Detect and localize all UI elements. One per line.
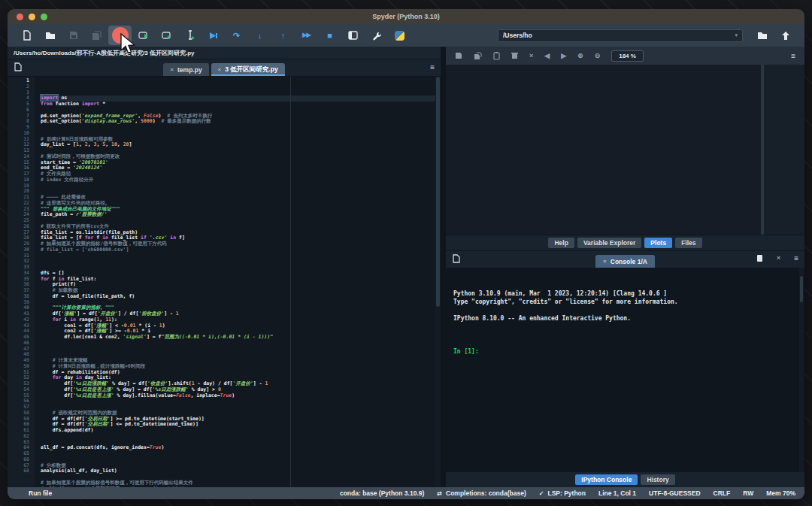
step-out-button[interactable]: ↑ bbox=[271, 26, 295, 45]
code-line[interactable]: # file_list = ['sh600000.csv'] bbox=[41, 247, 441, 253]
code-line[interactable]: df = load_file(file_path, f) bbox=[41, 294, 441, 300]
python-path-button[interactable] bbox=[388, 26, 411, 45]
status-item[interactable]: ⇄Completions: conda(base) bbox=[437, 489, 526, 497]
console-tab[interactable]: × Console 1/A bbox=[595, 255, 655, 268]
new-console-icon[interactable] bbox=[756, 254, 763, 262]
code-line[interactable]: file_path = r'股票数据/' bbox=[41, 212, 441, 218]
tab-variable-explorer[interactable]: Variable Explorer bbox=[577, 238, 641, 248]
status-item[interactable]: RW bbox=[743, 489, 753, 497]
scrollbar-thumb[interactable] bbox=[800, 276, 803, 302]
status-item[interactable]: Line 1, Col 1 bbox=[598, 489, 636, 497]
ipython-console[interactable]: Python 3.10.9 (main, Mar 1 2023, 12:20:1… bbox=[446, 268, 804, 472]
code-line[interactable]: dfs.append(df) bbox=[41, 428, 441, 434]
console-options-menu-icon[interactable]: ≡ bbox=[794, 254, 798, 262]
plots-options-menu-icon[interactable]: ≡ bbox=[791, 52, 795, 60]
status-item[interactable]: conda: base (Python 3.10.9) bbox=[340, 489, 424, 497]
code-line[interactable] bbox=[41, 183, 441, 189]
editor-options-menu-icon[interactable]: ≡ bbox=[430, 63, 435, 71]
tab-history[interactable]: History bbox=[641, 474, 674, 485]
code-lines[interactable]: import osfrom function import *pd.set_op… bbox=[35, 77, 441, 487]
code-line[interactable] bbox=[41, 398, 441, 404]
copy-plot-icon[interactable] bbox=[493, 52, 500, 60]
zoom-out-icon[interactable]: ⊖ bbox=[595, 53, 601, 59]
code-editor[interactable]: 1234567891011121314151617181920212223242… bbox=[8, 77, 441, 487]
plot-thumbnails-strip[interactable] bbox=[761, 65, 804, 235]
working-directory-combo[interactable]: /Users/ho ▾ bbox=[498, 29, 743, 42]
open-file-button[interactable] bbox=[38, 26, 62, 45]
code-line[interactable]: # all_df.to_csv('个股预测结果.csv', encoding='… bbox=[41, 486, 441, 488]
close-tab-icon[interactable]: × bbox=[170, 66, 174, 73]
maximize-pane-button[interactable] bbox=[341, 26, 365, 45]
save-all-plots-icon[interactable] bbox=[474, 52, 482, 60]
code-line[interactable]: dfs = [] bbox=[41, 271, 441, 277]
console-input[interactable] bbox=[479, 348, 483, 355]
code-line[interactable]: df.loc[con1 & con2, 'signal'] = f"范围为((-… bbox=[41, 335, 441, 341]
zoom-window-button[interactable] bbox=[41, 14, 47, 20]
code-line[interactable] bbox=[41, 341, 441, 347]
code-line[interactable]: df = df[df['交易日期'] <= pd.to_datetime(end… bbox=[41, 422, 441, 428]
code-line[interactable]: end_time = '20240124' bbox=[41, 165, 441, 171]
code-line[interactable]: # index 文件路径分开 bbox=[41, 177, 441, 183]
remove-plot-icon[interactable] bbox=[511, 52, 518, 59]
new-file-button[interactable] bbox=[15, 26, 38, 45]
scrollbar-thumb[interactable] bbox=[436, 77, 440, 307]
code-line[interactable]: # 文件夹路径 bbox=[41, 171, 441, 177]
run-selection-button[interactable] bbox=[178, 26, 201, 45]
code-line[interactable]: for f in file_list: bbox=[41, 277, 441, 283]
interrupt-icon[interactable]: × bbox=[777, 255, 780, 262]
code-line[interactable] bbox=[41, 434, 441, 440]
zoom-in-icon[interactable]: ⊕ bbox=[577, 53, 583, 59]
console-scrollbar[interactable] bbox=[799, 268, 804, 472]
browse-tabs-icon[interactable] bbox=[14, 62, 23, 71]
code-line[interactable] bbox=[41, 265, 441, 271]
run-cell-button[interactable] bbox=[132, 26, 155, 45]
code-line[interactable]: pd.set_option('display.max_rows', 5000) … bbox=[41, 119, 441, 125]
status-item[interactable]: Mem 70% bbox=[766, 489, 795, 497]
continue-execution-button[interactable]: ▶▶ bbox=[295, 26, 318, 45]
code-line[interactable]: all_df = pd.concat(dfs, ignore_index=Tru… bbox=[41, 445, 441, 451]
code-line[interactable] bbox=[41, 451, 441, 457]
editor-scrollbar[interactable] bbox=[435, 77, 441, 487]
code-line[interactable] bbox=[41, 259, 441, 265]
code-line[interactable]: day_list = [1, 2, 3, 5, 10, 20] bbox=[41, 142, 441, 148]
step-into-button[interactable]: ↓ bbox=[248, 26, 271, 45]
browse-directory-button[interactable] bbox=[750, 26, 774, 45]
tab-ipython-console[interactable]: IPython Console bbox=[575, 474, 638, 485]
code-line[interactable]: from function import * bbox=[41, 102, 441, 108]
code-line[interactable] bbox=[41, 189, 441, 195]
save-button[interactable] bbox=[62, 26, 85, 45]
code-line[interactable] bbox=[41, 125, 441, 131]
plot-zoom-level[interactable]: 184 % bbox=[611, 50, 644, 62]
close-window-button[interactable] bbox=[17, 14, 23, 20]
code-line[interactable] bbox=[41, 347, 441, 353]
tab-research-py[interactable]: × 3 低开区间研究.py bbox=[211, 63, 285, 76]
code-line[interactable] bbox=[41, 253, 441, 259]
close-tab-icon[interactable]: × bbox=[218, 66, 222, 73]
save-all-button[interactable] bbox=[85, 26, 108, 45]
code-line[interactable] bbox=[41, 352, 441, 358]
close-console-icon[interactable]: × bbox=[603, 258, 607, 265]
code-line[interactable]: print(f) bbox=[41, 282, 441, 288]
save-plot-icon[interactable] bbox=[455, 52, 462, 59]
code-line[interactable] bbox=[41, 457, 441, 463]
code-line[interactable]: analysis(all_df, day_list) bbox=[41, 468, 441, 474]
parent-directory-button[interactable] bbox=[774, 26, 797, 45]
status-item[interactable]: ✓LSP: Python bbox=[539, 489, 586, 497]
run-to-line-button[interactable]: ↷ bbox=[225, 26, 248, 45]
tab-files[interactable]: Files bbox=[675, 238, 701, 248]
browse-consoles-icon[interactable] bbox=[452, 254, 461, 263]
preferences-button[interactable] bbox=[365, 26, 388, 45]
previous-plot-icon[interactable]: ◀ bbox=[544, 53, 550, 59]
debug-file-button[interactable] bbox=[201, 26, 225, 45]
tab-temp-py[interactable]: × temp.py bbox=[163, 63, 208, 76]
tab-help[interactable]: Help bbox=[548, 238, 574, 248]
tab-plots[interactable]: Plots bbox=[644, 238, 672, 248]
stop-button[interactable]: ■ bbox=[318, 26, 341, 45]
status-item[interactable]: CRLF bbox=[714, 489, 731, 497]
run-cell-advance-button[interactable] bbox=[155, 26, 178, 45]
run-file-button[interactable] bbox=[108, 26, 132, 45]
code-line[interactable]: df['%s日后是否上涨' % day].fillna(value=False,… bbox=[41, 393, 441, 399]
titlebar[interactable]: Spyder (Python 3.10) bbox=[8, 9, 804, 24]
next-plot-icon[interactable]: ▶ bbox=[561, 53, 566, 59]
pane-splitter[interactable] bbox=[441, 47, 446, 487]
